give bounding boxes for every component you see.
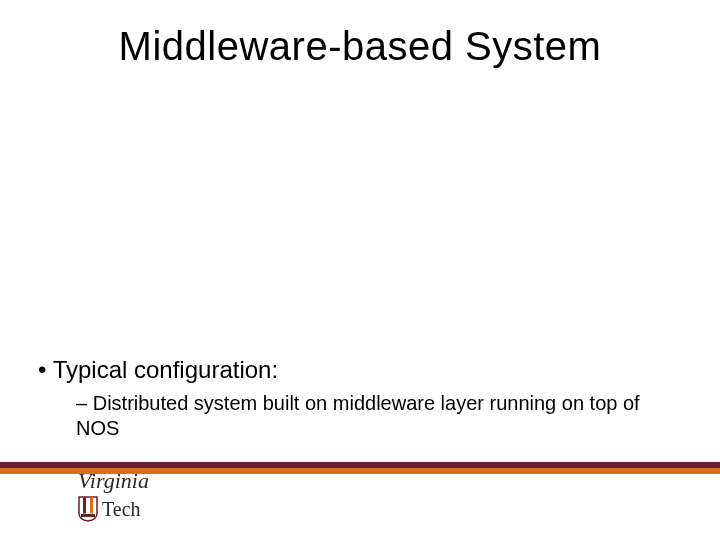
svg-rect-2 bbox=[81, 514, 95, 517]
slide-title: Middleware-based System bbox=[0, 24, 720, 69]
logo-tech-text: Tech bbox=[102, 499, 141, 519]
bullet-text: Typical configuration: bbox=[53, 356, 278, 383]
svg-rect-0 bbox=[83, 498, 86, 514]
svg-rect-1 bbox=[90, 498, 93, 514]
slide: Middleware-based System Typical configur… bbox=[0, 0, 720, 540]
shield-icon bbox=[78, 496, 98, 522]
vt-logo: Virginia Tech bbox=[78, 472, 149, 522]
logo-mark-row: Tech bbox=[78, 496, 149, 522]
bullet-subtext: Distributed system built on middleware l… bbox=[76, 392, 640, 439]
logo-virginia-text: Virginia bbox=[78, 470, 149, 492]
slide-content: Typical configuration: Distributed syste… bbox=[38, 355, 682, 441]
bullet-level1: Typical configuration: bbox=[38, 355, 682, 385]
logo-text-block: Virginia Tech bbox=[78, 472, 149, 522]
bullet-level2: Distributed system built on middleware l… bbox=[76, 391, 682, 441]
